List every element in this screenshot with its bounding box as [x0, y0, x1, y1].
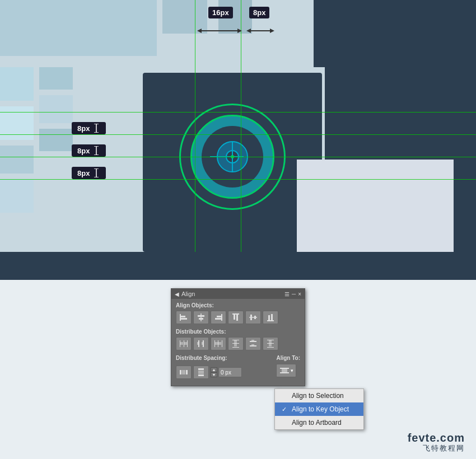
panel-collapse-icon[interactable]: ◀ — [175, 291, 179, 297]
svg-rect-64 — [198, 368, 204, 370]
panel-close-btn[interactable]: × — [298, 291, 301, 297]
svg-rect-17 — [181, 318, 187, 320]
guide-h1 — [0, 112, 476, 113]
spinner-down[interactable]: ▼ — [211, 372, 217, 377]
tile7 — [39, 129, 73, 151]
align-right-btn[interactable] — [211, 311, 226, 324]
dist-bottom-btn[interactable] — [263, 337, 278, 350]
svg-rect-66 — [198, 371, 204, 374]
dist-top-btn[interactable] — [228, 337, 244, 350]
svg-rect-48 — [232, 343, 239, 344]
svg-rect-31 — [268, 315, 270, 320]
guide-v1 — [195, 0, 195, 280]
svg-rect-59 — [269, 340, 272, 343]
align-to-dropdown: Align to Selection ✓ Align to Key Object… — [274, 388, 364, 430]
dist-right-btn[interactable] — [211, 337, 226, 350]
px-label-16px: 16px — [208, 7, 233, 18]
svg-rect-25 — [234, 315, 235, 320]
svg-rect-36 — [180, 342, 183, 345]
dist-v-space-btn[interactable] — [193, 366, 209, 379]
align-top-btn[interactable] — [228, 311, 244, 324]
check-key-object: ✓ — [282, 406, 288, 413]
svg-rect-67 — [280, 368, 289, 369]
svg-rect-50 — [234, 340, 237, 343]
watermark-line2: 飞特教程网 — [408, 443, 465, 453]
dist-spacing-left: Distribute Spacing: ▲ ▼ — [176, 355, 242, 379]
svg-rect-62 — [186, 370, 188, 374]
svg-rect-22 — [217, 316, 221, 317]
svg-rect-69 — [282, 369, 287, 372]
svg-rect-63 — [182, 370, 185, 374]
svg-rect-40 — [197, 342, 199, 345]
svg-rect-15 — [180, 314, 181, 321]
px-input-wrap: ▲ ▼ — [211, 367, 242, 377]
svg-rect-19 — [198, 315, 204, 317]
panel-minimize-btn[interactable]: ─ — [292, 291, 296, 297]
svg-rect-20 — [199, 318, 203, 320]
distribute-objects-buttons — [176, 337, 300, 350]
panel-body: Align Objects: — [171, 299, 305, 386]
align-objects-buttons — [176, 311, 300, 324]
align-center-h-btn[interactable] — [193, 311, 209, 324]
svg-rect-21 — [221, 314, 222, 321]
align-objects-label: Align Objects: — [176, 302, 300, 308]
svg-rect-28 — [250, 315, 252, 320]
svg-rect-23 — [215, 318, 221, 320]
svg-rect-45 — [215, 342, 218, 345]
panel-titlebar: ◀ Align ☰ ─ × — [171, 289, 305, 299]
align-to-label: Align To: — [276, 355, 300, 361]
watermark: fevte.com 飞特教程网 — [408, 432, 465, 453]
svg-marker-5 — [270, 29, 274, 33]
svg-rect-41 — [202, 342, 204, 345]
svg-rect-58 — [267, 340, 274, 340]
svg-rect-30 — [267, 320, 274, 321]
svg-rect-56 — [267, 347, 274, 348]
svg-rect-35 — [187, 340, 188, 347]
svg-rect-68 — [280, 372, 289, 373]
svg-rect-32 — [271, 314, 273, 320]
distribute-objects-label: Distribute Objects: — [176, 329, 300, 335]
canvas-area: 16px 8px 8px 8px 8px — [0, 0, 476, 280]
align-left-btn[interactable] — [176, 311, 192, 324]
svg-rect-29 — [254, 316, 256, 319]
arrow-8 — [246, 27, 274, 35]
guide-h3 — [0, 157, 476, 157]
dist-center-v-btn[interactable] — [245, 337, 261, 350]
align-to-chevron: ▾ — [291, 368, 293, 373]
svg-rect-16 — [181, 316, 185, 317]
guide-h2 — [0, 134, 476, 135]
align-to-btn[interactable]: ▾ — [276, 364, 296, 377]
panel-titlebar-left: ◀ Align — [175, 291, 195, 297]
spacing-label-3: 8px — [72, 167, 106, 179]
svg-rect-44 — [214, 340, 215, 347]
svg-rect-60 — [269, 344, 272, 346]
dist-spacing-right: Align To: ▾ — [276, 355, 300, 377]
bottom-bar — [0, 252, 476, 280]
distribute-spacing-label: Distribute Spacing: — [176, 355, 242, 361]
svg-marker-4 — [246, 29, 251, 33]
align-center-v-btn[interactable] — [245, 311, 261, 324]
spacing-label-1: 8px — [72, 122, 106, 134]
svg-rect-24 — [232, 313, 239, 315]
px-input[interactable] — [218, 367, 242, 377]
bg-rect-1 — [0, 0, 157, 56]
tile6 — [39, 95, 73, 123]
panel-menu-icon[interactable]: ☰ — [284, 291, 290, 297]
tile4 — [0, 179, 34, 213]
svg-marker-1 — [197, 29, 202, 33]
svg-rect-55 — [251, 344, 254, 346]
guide-v2 — [241, 0, 241, 280]
dropdown-item-key-object[interactable]: ✓ Align to Key Object — [275, 402, 363, 416]
dist-left-btn[interactable] — [176, 337, 192, 350]
align-bottom-btn[interactable] — [263, 311, 278, 324]
svg-rect-26 — [236, 315, 238, 321]
dist-h-space-btn[interactable] — [176, 366, 192, 379]
px-label-8px-top: 8px — [249, 7, 269, 18]
dropdown-item-selection[interactable]: Align to Selection — [275, 389, 363, 402]
dropdown-item-artboard[interactable]: Align to Artboard — [275, 416, 363, 429]
svg-rect-47 — [232, 340, 239, 340]
dist-center-h-btn[interactable] — [193, 337, 209, 350]
dropdown-label-key-object: Align to Key Object — [292, 405, 349, 413]
distribute-spacing-row: Distribute Spacing: ▲ ▼ — [176, 355, 300, 379]
spinner-up[interactable]: ▲ — [211, 367, 217, 372]
